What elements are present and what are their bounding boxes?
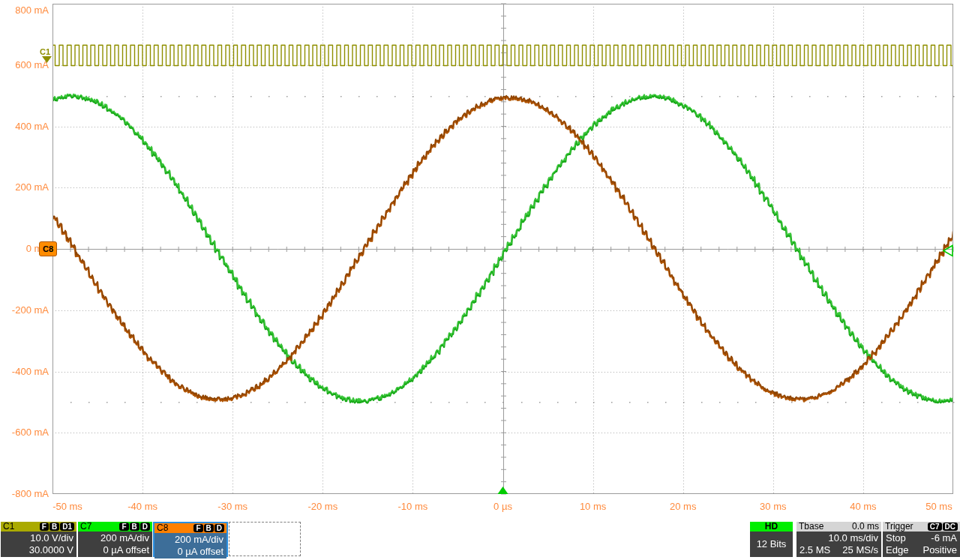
x-axis-label: -50 ms	[52, 502, 82, 512]
badge-f: F	[119, 523, 128, 531]
channel-c1-level-marker[interactable]: C1	[40, 48, 52, 63]
channel-c8-level-marker[interactable]: C8	[39, 241, 57, 256]
c8-header: C8 FBD	[154, 523, 226, 533]
c7-settings: 200 mA/div 0 µA offset	[78, 532, 152, 557]
timebase-settings: 10.0 ms/div 2.5 MS 25 MS/s	[796, 532, 881, 557]
badge-b: B	[130, 523, 140, 531]
trigger-badge-c7: C7	[928, 523, 942, 531]
trigger-descriptor[interactable]: Trigger C7DC Stop -6 mA Edge Positive	[883, 522, 960, 557]
channel-descriptor-c7[interactable]: C7 FBD 200 mA/div 0 µA offset	[78, 522, 152, 557]
x-axis-label: 40 ms	[850, 502, 876, 512]
y-axis-label: 200 mA	[0, 182, 49, 193]
timebase-sample-rate: 25 MS/s	[842, 544, 878, 556]
trigger-mode: Stop	[886, 532, 906, 544]
trigger-label: Trigger	[885, 522, 914, 532]
timebase-offset: 0.0 ms	[852, 522, 879, 532]
timebase-record-length: 2.5 MS	[800, 544, 830, 556]
x-axis-label: 10 ms	[580, 502, 606, 512]
c7-madiv: 200 mA/div	[81, 532, 149, 544]
channel-descriptor-c1[interactable]: C1 FBD1 10.0 V/div 30.0000 V	[1, 522, 76, 557]
trigger-header: Trigger C7DC	[883, 522, 960, 532]
x-axis-label: 30 ms	[760, 502, 786, 512]
c1-badges: FBD1	[40, 523, 74, 531]
c7-offset: 0 µA offset	[81, 544, 149, 556]
trigger-slope: Positive	[922, 544, 957, 556]
hd-header: HD	[750, 522, 793, 532]
c7-header: C7 FBD	[78, 522, 152, 532]
c1-offset: 30.0000 V	[4, 544, 74, 556]
x-axis-label: -30 ms	[218, 502, 248, 512]
c8-badges: FBD	[194, 524, 224, 532]
timebase-descriptor[interactable]: Tbase 0.0 ms 10.0 ms/div 2.5 MS 25 MS/s	[796, 522, 881, 557]
c1-label: C1	[3, 522, 14, 532]
waveform-grid-canvas[interactable]	[0, 0, 960, 560]
c8-settings: 200 mA/div 0 µA offset	[154, 533, 226, 559]
c1-marker-arrow-icon	[42, 56, 52, 63]
trigger-settings: Stop -6 mA Edge Positive	[883, 532, 960, 557]
badge-d: D	[140, 523, 150, 531]
y-axis-label: 800 mA	[0, 5, 49, 16]
c1-marker-label: C1	[40, 47, 50, 56]
badge-b: B	[50, 523, 59, 531]
badge-d1: D1	[60, 523, 74, 531]
c1-vdiv: 10.0 V/div	[4, 532, 74, 544]
y-axis-label: -400 mA	[0, 367, 49, 377]
x-axis-label: 50 ms	[926, 502, 952, 512]
y-axis-label: 400 mA	[0, 121, 49, 132]
c8-offset: 0 µA offset	[158, 546, 224, 558]
x-axis-label: -10 ms	[398, 502, 428, 512]
c7-badges: FBD	[119, 523, 150, 531]
x-axis-label: -40 ms	[128, 502, 158, 512]
x-axis-label: -20 ms	[308, 502, 338, 512]
c1-settings: 10.0 V/div 30.0000 V	[1, 532, 76, 557]
oscilloscope-screen: 800 mA600 mA400 mA200 mA0 mA-200 mA-400 …	[0, 0, 960, 560]
trigger-badge-dc: DC	[943, 523, 958, 531]
badge-d: D	[214, 524, 224, 532]
empty-descriptor-slot[interactable]	[229, 522, 301, 556]
x-axis-label: 20 ms	[670, 502, 696, 512]
y-axis-label: -200 mA	[0, 305, 49, 316]
timebase-header: Tbase 0.0 ms	[796, 522, 881, 532]
badge-f: F	[40, 523, 49, 531]
hd-bits: 12 Bits	[750, 532, 793, 557]
badge-b: B	[204, 524, 214, 532]
badge-f: F	[194, 524, 202, 532]
timebase-scale: 10.0 ms/div	[800, 532, 878, 544]
c8-label: C8	[157, 523, 168, 533]
channel-descriptor-c8[interactable]: C8 FBD 200 mA/div 0 µA offset	[153, 522, 228, 557]
hd-mode-box[interactable]: HD 12 Bits	[750, 522, 793, 557]
c7-label: C7	[80, 522, 92, 532]
c8-madiv: 200 mA/div	[158, 534, 224, 546]
trigger-type: Edge	[886, 544, 908, 556]
trigger-level: -6 mA	[931, 532, 957, 544]
trigger-badges: C7DC	[928, 523, 958, 531]
y-axis-label: -600 mA	[0, 427, 49, 438]
x-axis-label: 0 µs	[494, 502, 512, 512]
c1-header: C1 FBD1	[1, 522, 76, 532]
y-axis-label: -800 mA	[0, 489, 49, 499]
timebase-label: Tbase	[799, 522, 824, 532]
